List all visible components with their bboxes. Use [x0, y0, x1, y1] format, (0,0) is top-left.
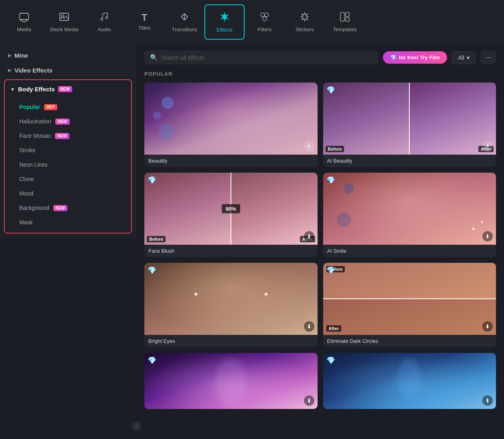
mine-arrow-icon: ▶: [8, 53, 11, 58]
hallucination-new-badge: NEW: [55, 119, 69, 125]
nav-item-titles[interactable]: T Titles: [124, 4, 164, 40]
try-film-button[interactable]: 💎 for free! Try Film: [383, 51, 447, 64]
effect-card-ai-smile[interactable]: ✦ ✦ 💎 ⬇ AI Smile: [323, 173, 496, 257]
audio-icon: [99, 11, 110, 24]
background-label: Background: [19, 205, 49, 211]
effects-icon: [219, 11, 231, 24]
sidebar-sub-item-popular[interactable]: Popular HOT: [19, 100, 131, 114]
split-divider: [409, 83, 410, 155]
sidebar-sub-item-mask[interactable]: Mask: [19, 215, 131, 230]
premium-gem-icon-dark: 💎: [326, 266, 335, 275]
ai-beautify-label: AI Beautify: [323, 155, 496, 167]
ai-beautify-add-button[interactable]: +: [482, 141, 493, 151]
eliminate-dark-circles-label: Eliminate Dark Circles: [323, 335, 496, 347]
effect-card-beautify[interactable]: + Beautify: [144, 83, 318, 167]
beautify-add-button[interactable]: +: [304, 141, 314, 151]
search-icon: 🔍: [150, 54, 158, 61]
sidebar-sub-item-stroke[interactable]: Stroke: [19, 143, 131, 157]
collapse-icon: ‹: [136, 423, 137, 429]
svg-rect-6: [340, 12, 344, 21]
effect-card-bright-eyes[interactable]: ✦ ✦ 💎 ⬇ Bright Eyes: [144, 263, 318, 347]
more-options-button[interactable]: ···: [480, 50, 496, 64]
effect-card-ai-beautify[interactable]: Before After 💎 + AI Beautify: [323, 83, 496, 167]
nav-item-media[interactable]: Media: [4, 4, 44, 40]
sidebar: ▶ Mine ▶ Video Effects ▼ Body Effects NE…: [0, 44, 136, 239]
sidebar-sub-items: Popular HOT Hallucination NEW Face Mosai…: [5, 98, 131, 233]
nav-item-stickers[interactable]: Stickers: [285, 4, 325, 40]
sidebar-collapse-button[interactable]: ‹: [132, 421, 141, 431]
sidebar-sub-item-face-mosaic[interactable]: Face Mosaic NEW: [19, 129, 131, 143]
bright-eyes-thumb: ✦ ✦ 💎 ⬇: [144, 263, 318, 335]
beautify-thumb: +: [144, 83, 318, 155]
effect-card-face-blush[interactable]: Before After 💎 90% ⬇ Face Blush: [144, 173, 318, 257]
stickers-icon: [299, 11, 310, 24]
premium-gem-icon: 💎: [326, 86, 335, 95]
effects-grid: + Beautify Before After 💎 + AI Beautify: [144, 83, 496, 409]
premium-gem-icon-smile: 💎: [326, 176, 335, 185]
sidebar-item-body-effects[interactable]: ▼ Body Effects NEW: [5, 80, 131, 98]
nav-label-filters: Filters: [257, 26, 271, 32]
all-dropdown[interactable]: All ▾: [452, 51, 476, 64]
bright-eyes-download-button[interactable]: ⬇: [304, 321, 314, 332]
premium-gem-icon-b1: 💎: [148, 356, 156, 365]
media-icon: [18, 11, 30, 24]
search-bar: 🔍 💎 for free! Try Film All ▾ ···: [144, 50, 496, 64]
bottom-2-download-button[interactable]: ⬇: [482, 395, 493, 406]
eye-sparkle-left: ✦: [193, 290, 199, 299]
beautify-label: Beautify: [144, 155, 318, 167]
dark-circles-download-button[interactable]: ⬇: [482, 321, 493, 332]
hallucination-label: Hallucination: [19, 118, 51, 125]
sidebar-item-mine[interactable]: ▶ Mine: [0, 48, 136, 63]
sidebar-sub-item-neon-lines[interactable]: Neon Lines: [19, 157, 131, 172]
mask-label: Mask: [19, 219, 32, 226]
nav-item-stock-media[interactable]: Stock Media: [44, 4, 84, 40]
effect-card-bottom-1[interactable]: 💎 ⬇: [144, 353, 318, 409]
sparkle-icon: ✦: [471, 225, 476, 233]
ai-smile-thumb: ✦ ✦ 💎 ⬇: [323, 173, 496, 245]
sidebar-sub-item-hallucination[interactable]: Hallucination NEW: [19, 114, 131, 129]
premium-gem-icon-blush: 💎: [148, 176, 156, 185]
neon-lines-label: Neon Lines: [19, 161, 48, 168]
nav-item-transitions[interactable]: Transitions: [164, 4, 204, 40]
search-input-wrap[interactable]: 🔍: [144, 50, 378, 64]
search-input[interactable]: [161, 54, 372, 61]
svg-rect-0: [20, 13, 28, 20]
face-blush-download-button[interactable]: ⬇: [304, 231, 314, 242]
svg-rect-8: [346, 18, 349, 21]
eliminate-dark-circles-thumb: Before After 💎 ⬇: [323, 263, 496, 335]
transitions-icon: [179, 11, 190, 24]
ai-beautify-thumb: Before After 💎 +: [323, 83, 496, 155]
dropdown-chevron-icon: ▾: [467, 54, 470, 61]
sidebar-sub-item-mood[interactable]: Mood: [19, 186, 131, 201]
sidebar-item-video-effects[interactable]: ▶ Video Effects: [0, 63, 136, 78]
bottom-1-thumb: 💎 ⬇: [144, 353, 318, 409]
sidebar-body-effects-section: ▼ Body Effects NEW Popular HOT Hallucina…: [4, 79, 132, 234]
video-effects-arrow-icon: ▶: [8, 68, 11, 73]
ai-smile-download-button[interactable]: ⬇: [482, 231, 493, 242]
bottom-1-download-button[interactable]: ⬇: [304, 395, 314, 406]
stock-media-icon: [59, 11, 70, 24]
titles-icon: T: [142, 13, 148, 22]
nav-label-templates: Templates: [333, 26, 356, 32]
gem-icon: 💎: [390, 54, 397, 60]
svg-point-5: [263, 17, 267, 21]
effect-card-eliminate-dark-circles[interactable]: Before After 💎 ⬇ Eliminate Dark Circles: [323, 263, 496, 347]
sidebar-sub-item-background[interactable]: Background NEW: [19, 201, 131, 215]
nav-item-audio[interactable]: Audio: [84, 4, 124, 40]
nav-item-filters[interactable]: Filters: [245, 4, 285, 40]
mine-label: Mine: [14, 52, 28, 59]
templates-icon: [339, 11, 350, 24]
effect-card-bottom-2[interactable]: 💎 ⬇: [323, 353, 496, 409]
more-icon: ···: [485, 53, 491, 61]
eye-sparkle-right: ✦: [263, 290, 269, 299]
nav-item-templates[interactable]: Templates: [325, 4, 365, 40]
sidebar-sub-item-clone[interactable]: Clone: [19, 172, 131, 186]
svg-rect-1: [60, 13, 69, 20]
video-effects-label: Video Effects: [14, 67, 53, 74]
mood-label: Mood: [19, 190, 33, 197]
main-layout: ▶ Mine ▶ Video Effects ▼ Body Effects NE…: [0, 44, 504, 439]
nav-label-titles: Titles: [138, 25, 151, 31]
svg-point-3: [261, 13, 265, 17]
stroke-label: Stroke: [19, 147, 35, 153]
nav-item-effects[interactable]: Effects: [204, 4, 245, 40]
